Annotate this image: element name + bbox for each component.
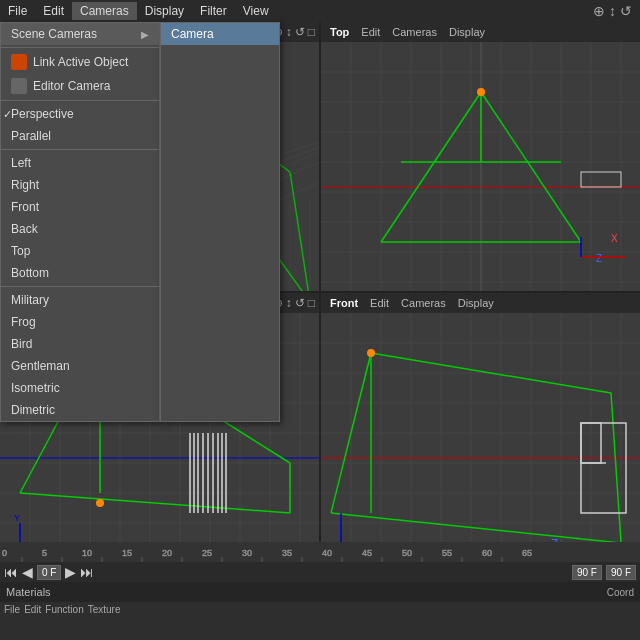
- timeline-frame-90-1[interactable]: 90 F: [572, 565, 602, 580]
- svg-text:40: 40: [322, 548, 332, 558]
- timeline-prev-icon[interactable]: ◀: [22, 564, 33, 580]
- vp-top-name[interactable]: Top: [325, 24, 354, 40]
- viewport-front-content: X Z: [321, 313, 640, 562]
- bottom-function[interactable]: Function: [45, 604, 83, 615]
- isometric-item[interactable]: Isometric: [1, 377, 159, 399]
- timeline-frame-90-2[interactable]: 90 F: [606, 565, 636, 580]
- timeline-ruler: 0 5 10 15 20 25 30 35 40 45 50 55 60: [0, 542, 640, 562]
- perspective-item[interactable]: Perspective: [1, 103, 159, 125]
- right-item[interactable]: Right: [1, 174, 159, 196]
- editor-camera-label: Editor Camera: [33, 79, 110, 93]
- timeline-playback: ⏮ ◀ 0 F ▶ ⏭ 90 F 90 F: [0, 562, 640, 582]
- left-label: Left: [11, 156, 31, 170]
- svg-text:0: 0: [2, 548, 7, 558]
- back-label: Back: [11, 222, 38, 236]
- vp-front-display[interactable]: Display: [453, 295, 499, 311]
- bottom-label: Bottom: [11, 266, 49, 280]
- svg-text:65: 65: [522, 548, 532, 558]
- menu-display[interactable]: Display: [137, 2, 192, 20]
- vp-top-display[interactable]: Display: [444, 24, 490, 40]
- top-item[interactable]: Top: [1, 240, 159, 262]
- editor-camera-item[interactable]: Editor Camera: [1, 74, 159, 98]
- top-menubar: File Edit Cameras Display Filter View ⊕ …: [0, 0, 640, 22]
- vp-arrow-icon[interactable]: ↕: [286, 25, 292, 39]
- svg-text:10: 10: [82, 548, 92, 558]
- svg-point-88: [96, 499, 104, 507]
- frog-label: Frog: [11, 315, 36, 329]
- vp-maximize-icon[interactable]: □: [308, 25, 315, 39]
- svg-point-129: [367, 349, 375, 357]
- submenu-arrow-icon: ▶: [141, 29, 149, 40]
- svg-text:Z: Z: [596, 253, 602, 264]
- scene-cameras-label: Scene Cameras: [11, 27, 97, 41]
- materials-area: Materials Coord File Edit Function Textu…: [0, 582, 640, 640]
- menu-edit[interactable]: Edit: [35, 2, 72, 20]
- bottom-file[interactable]: File: [4, 604, 20, 615]
- viewport-top[interactable]: Top Edit Cameras Display: [321, 22, 640, 291]
- vp-front-edit[interactable]: Edit: [365, 295, 394, 311]
- coord-label: Coord: [607, 587, 634, 598]
- svg-text:X: X: [611, 233, 618, 244]
- bottom-edit[interactable]: Edit: [24, 604, 41, 615]
- bird-item[interactable]: Bird: [1, 333, 159, 355]
- refresh-icon[interactable]: ↺: [620, 3, 632, 19]
- vp-right-arrow-icon[interactable]: ↕: [286, 296, 292, 310]
- menu-divider-2: [1, 100, 159, 101]
- top-view-svg: Z X: [321, 42, 640, 291]
- timeline-play-icon[interactable]: ⏮: [4, 564, 18, 580]
- materials-label: Materials: [6, 586, 51, 598]
- vp-right-maximize-icon[interactable]: □: [308, 296, 315, 310]
- timeline-next-icon[interactable]: ▶: [65, 564, 76, 580]
- vp-top-cameras[interactable]: Cameras: [387, 24, 442, 40]
- vp-front-cameras[interactable]: Cameras: [396, 295, 451, 311]
- bottom-texture[interactable]: Texture: [88, 604, 121, 615]
- dimetric-label: Dimetric: [11, 403, 55, 417]
- move-icon[interactable]: ⊕: [593, 3, 605, 19]
- camera-icon-2: [11, 78, 27, 94]
- menu-cameras[interactable]: Cameras: [72, 2, 137, 20]
- menu-filter[interactable]: Filter: [192, 2, 235, 20]
- menu-file[interactable]: File: [0, 2, 35, 20]
- dimetric-item[interactable]: Dimetric: [1, 399, 159, 421]
- vp-right-refresh-icon[interactable]: ↺: [295, 296, 305, 310]
- viewport-front-header: Front Edit Cameras Display: [321, 293, 640, 313]
- top-icons: ⊕ ↕ ↺: [593, 3, 640, 19]
- front-item[interactable]: Front: [1, 196, 159, 218]
- svg-text:15: 15: [122, 548, 132, 558]
- right-label: Right: [11, 178, 39, 192]
- svg-text:25: 25: [202, 548, 212, 558]
- isometric-label: Isometric: [11, 381, 60, 395]
- arrow-icon[interactable]: ↕: [609, 3, 616, 19]
- timeline-end-icon[interactable]: ⏭: [80, 564, 94, 580]
- back-item[interactable]: Back: [1, 218, 159, 240]
- svg-text:Y: Y: [14, 513, 20, 523]
- materials-header: Materials Coord: [0, 582, 640, 602]
- svg-rect-138: [0, 542, 640, 562]
- bottom-item[interactable]: Bottom: [1, 262, 159, 284]
- viewport-front[interactable]: Front Edit Cameras Display: [321, 293, 640, 562]
- gentleman-item[interactable]: Gentleman: [1, 355, 159, 377]
- gentleman-label: Gentleman: [11, 359, 70, 373]
- viewport-top-content: Z X: [321, 42, 640, 291]
- vp-top-edit[interactable]: Edit: [356, 24, 385, 40]
- link-active-object-item[interactable]: Link Active Object: [1, 50, 159, 74]
- scene-cameras-item[interactable]: Scene Cameras ▶: [1, 23, 159, 45]
- left-item[interactable]: Left: [1, 152, 159, 174]
- vp-front-name[interactable]: Front: [325, 295, 363, 311]
- vp-refresh-icon[interactable]: ↺: [295, 25, 305, 39]
- menu-divider-1: [1, 47, 159, 48]
- military-item[interactable]: Military: [1, 289, 159, 311]
- vp-front-menu: Front Edit Cameras Display: [321, 295, 503, 311]
- parallel-label: Parallel: [11, 129, 51, 143]
- menu-view[interactable]: View: [235, 2, 277, 20]
- top-label: Top: [11, 244, 30, 258]
- camera-submenu-item[interactable]: Camera: [161, 23, 279, 45]
- parallel-item[interactable]: Parallel: [1, 125, 159, 147]
- front-view-svg: X Z: [321, 313, 640, 562]
- vp-top-menu: Top Edit Cameras Display: [321, 24, 494, 40]
- svg-text:30: 30: [242, 548, 252, 558]
- frog-item[interactable]: Frog: [1, 311, 159, 333]
- perspective-label: Perspective: [11, 107, 74, 121]
- cameras-dropdown: Scene Cameras ▶ Link Active Object Edito…: [0, 22, 280, 422]
- timeline-frame-input[interactable]: 0 F: [37, 565, 61, 580]
